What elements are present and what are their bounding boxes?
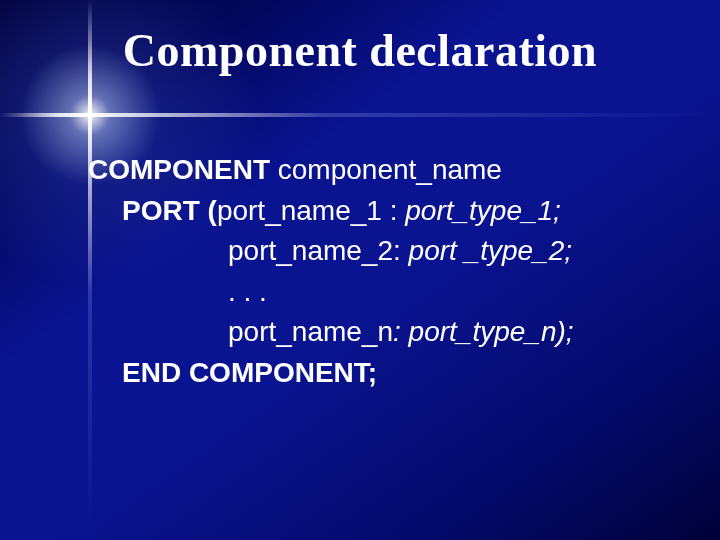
kw-port-open: PORT ( bbox=[122, 195, 217, 226]
flare-horizontal bbox=[0, 113, 720, 117]
kw-component: COMPONENT bbox=[88, 154, 278, 185]
code-line-3: port_name_2: port _type_2; bbox=[88, 231, 680, 272]
ellipsis: . . . bbox=[228, 276, 267, 307]
port-type-2: port _type_2; bbox=[409, 235, 572, 266]
slide-body: COMPONENT component_name PORT (port_name… bbox=[88, 150, 680, 394]
port-name-2: port_name_2: bbox=[228, 235, 409, 266]
port-type-n: : port_type_n); bbox=[393, 316, 574, 347]
code-line-2: PORT (port_name_1 : port_type_1; bbox=[88, 191, 680, 232]
kw-end-component: END COMPONENT; bbox=[122, 357, 377, 388]
component-name: component_name bbox=[278, 154, 502, 185]
port-name-n: port_name_n bbox=[228, 316, 393, 347]
slide: Component declaration COMPONENT componen… bbox=[0, 0, 720, 540]
port-name-1: port_name_1 : bbox=[217, 195, 405, 226]
code-line-5: port_name_n: port_type_n); bbox=[88, 312, 680, 353]
slide-title: Component declaration bbox=[0, 24, 720, 77]
code-line-4: . . . bbox=[88, 272, 680, 313]
code-line-1: COMPONENT component_name bbox=[88, 150, 680, 191]
code-line-6: END COMPONENT; bbox=[88, 353, 680, 394]
port-type-1: port_type_1; bbox=[405, 195, 561, 226]
